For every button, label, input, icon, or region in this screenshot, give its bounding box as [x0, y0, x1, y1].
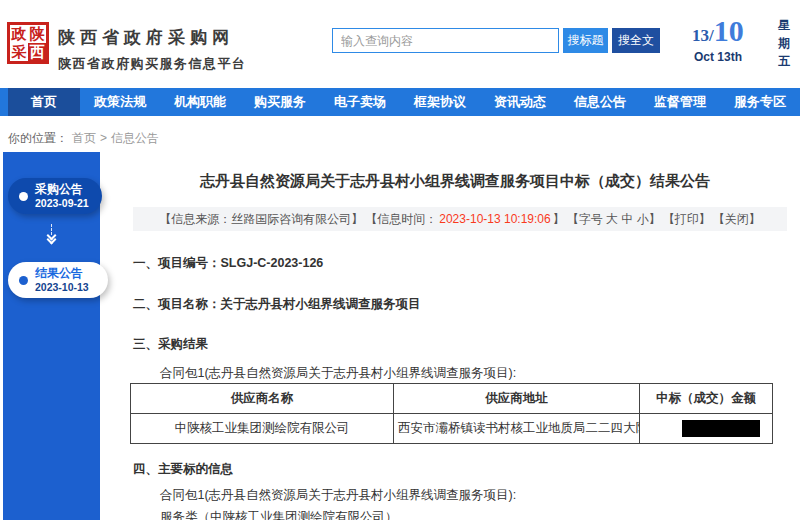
nav-item-service-zone[interactable]: 服务专区	[720, 88, 800, 116]
site-header: 政 陕 采 西 陕西省政府采购网 陕西省政府购买服务信息平台 搜标题 搜全文 1…	[0, 0, 800, 88]
meta-time-close: 】	[553, 211, 565, 228]
date-month: 10	[714, 14, 744, 47]
section-project-name: 二、项目名称：关于志丹县村小组界线调查服务项目	[133, 296, 421, 313]
nav-item-announcements[interactable]: 信息公告	[560, 88, 640, 116]
main-nav: 首页 政策法规 机构职能 购买服务 电子卖场 框架协议 资讯动态 信息公告 监督…	[0, 88, 800, 116]
site-subtitle: 陕西省政府购买服务信息平台	[58, 55, 247, 73]
cell-supplier-name: 中陕核工业集团测绘院有限公司	[131, 414, 394, 444]
breadcrumb: 你的位置： 首页 > 信息公告	[8, 129, 159, 147]
timeline-arrow-down-icon	[3, 224, 100, 254]
result-table: 供应商名称 供应商地址 中标（成交）金额 中陕核工业集团测绘院有限公司 西安市灞…	[130, 383, 773, 444]
logo-char: 西	[28, 43, 46, 61]
breadcrumb-home-link[interactable]: 首页	[72, 130, 96, 147]
meta-close-button[interactable]: 【关闭】	[713, 211, 761, 228]
contract-package-line: 合同包1(志丹县自然资源局关于志丹县村小组界线调查服务项目):	[160, 487, 516, 504]
nav-item-functions[interactable]: 机构职能	[160, 88, 240, 116]
site-title: 陕西省政府采购网	[58, 26, 247, 49]
date-widget: 13/10 Oct 13th 星期五	[682, 12, 794, 76]
page: 政 陕 采 西 陕西省政府采购网 陕西省政府购买服务信息平台 搜标题 搜全文 1…	[0, 0, 800, 520]
breadcrumb-separator: >	[100, 131, 107, 145]
date-english: Oct 13th	[694, 50, 742, 64]
logo-char: 采	[10, 43, 28, 61]
timeline-item-result-announcement[interactable]: 结果公告 2023-10-13	[8, 262, 108, 298]
logo-char: 陕	[28, 25, 46, 43]
date-day: 13	[692, 26, 709, 45]
search-title-button[interactable]: 搜标题	[563, 28, 608, 53]
timeline-item-label: 采购公告	[35, 182, 89, 197]
breadcrumb-current: 信息公告	[111, 130, 159, 147]
meta-source: 【信息来源：丝路国际咨询有限公司】	[159, 211, 363, 228]
header-supplier-address: 供应商地址	[394, 384, 640, 414]
meta-time-open: 【信息时间：	[365, 211, 437, 228]
nav-item-e-marketplace[interactable]: 电子卖场	[320, 88, 400, 116]
article-title: 志丹县自然资源局关于志丹县村小组界线调查服务项目中标（成交）结果公告	[120, 172, 790, 191]
section-main-subject-info: 四、主要标的信息	[133, 461, 233, 478]
search-fulltext-button[interactable]: 搜全文	[612, 28, 660, 53]
timeline-dot-icon	[19, 276, 28, 285]
contract-package-line: 合同包1(志丹县自然资源局关于志丹县村小组界线调查服务项目):	[160, 365, 516, 382]
timeline-item-date: 2023-10-13	[35, 281, 89, 294]
nav-item-supervision[interactable]: 监督管理	[640, 88, 720, 116]
header-award-amount: 中标（成交）金额	[640, 384, 773, 414]
breadcrumb-label: 你的位置：	[8, 130, 68, 147]
nav-item-home[interactable]: 首页	[8, 88, 80, 116]
header-supplier-name: 供应商名称	[131, 384, 394, 414]
logo-char: 政	[10, 25, 28, 43]
date-weekday: 星期五	[778, 16, 792, 70]
section-project-number: 一、项目编号：SLGJ-C-2023-126	[133, 255, 323, 272]
cell-award-amount	[640, 414, 773, 444]
site-titles: 陕西省政府采购网 陕西省政府购买服务信息平台	[58, 26, 247, 73]
search-input[interactable]	[332, 28, 559, 53]
site-logo-seal-icon: 政 陕 采 西	[7, 22, 49, 64]
nav-item-policies[interactable]: 政策法规	[80, 88, 160, 116]
meta-print-button[interactable]: 【打印】	[663, 211, 711, 228]
nav-item-purchase-services[interactable]: 购买服务	[240, 88, 320, 116]
article: 志丹县自然资源局关于志丹县村小组界线调查服务项目中标（成交）结果公告 【信息来源…	[120, 152, 800, 520]
table-row: 中陕核工业集团测绘院有限公司 西安市灞桥镇读书村核工业地质局二二四大队	[131, 414, 773, 444]
timeline-item-date: 2023-09-21	[35, 197, 89, 210]
timeline-item-label: 结果公告	[35, 266, 89, 281]
table-header-row: 供应商名称 供应商地址 中标（成交）金额	[131, 384, 773, 414]
timeline-sidebar: 采购公告 2023-09-21 结果公告 2023-10-13	[3, 152, 100, 520]
section-procurement-result: 三、采购结果	[133, 336, 208, 353]
cell-supplier-address: 西安市灞桥镇读书村核工业地质局二二四大队	[394, 414, 640, 444]
meta-fontsize-controls[interactable]: 【字号 大 中 小】	[567, 211, 661, 228]
nav-item-framework-agreement[interactable]: 框架协议	[400, 88, 480, 116]
service-category-line: 服务类（中陕核工业集团测绘院有限公司）	[160, 509, 398, 520]
nav-item-news[interactable]: 资讯动态	[480, 88, 560, 116]
redacted-amount-block	[682, 420, 760, 437]
timeline-dot-icon	[19, 192, 28, 201]
article-meta-bar: 【信息来源：丝路国际咨询有限公司】 【信息时间： 2023-10-13 10:1…	[133, 207, 787, 231]
date-numbers: 13/10	[692, 14, 744, 48]
timeline-item-procurement-announcement[interactable]: 采购公告 2023-09-21	[8, 178, 102, 214]
meta-time-value: 2023-10-13 10:19:06	[439, 212, 550, 226]
